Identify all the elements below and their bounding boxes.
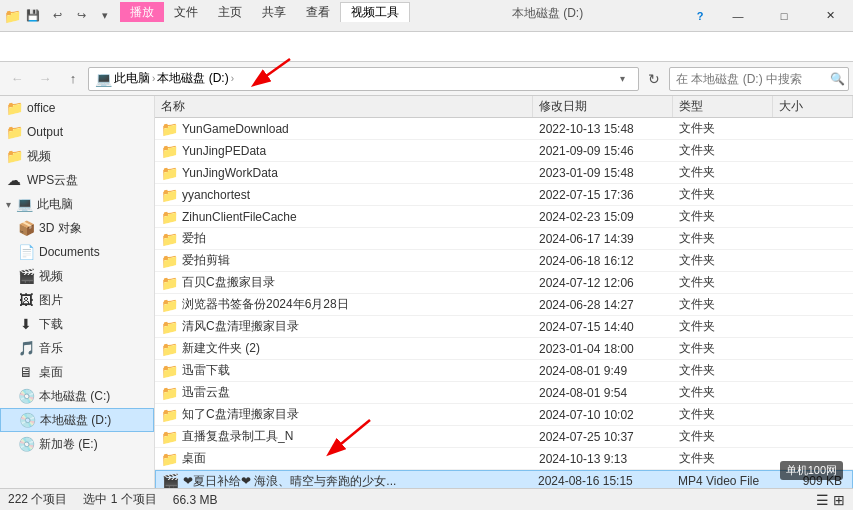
sidebar-item-diskC[interactable]: 💿 本地磁盘 (C:) (0, 384, 154, 408)
more-quick-btn[interactable]: ▾ (94, 5, 116, 27)
file-type-cell: 文件夹 (673, 120, 773, 137)
file-name-text: 新建文件夹 (2) (182, 340, 260, 357)
tab-share[interactable]: 共享 (252, 2, 296, 22)
redo-quick-btn[interactable]: ↪ (70, 5, 92, 27)
table-row[interactable]: 📁 知了C盘清理搬家目录 2024-07-10 10:02 文件夹 (155, 404, 853, 426)
tab-video-tools[interactable]: 视频工具 (340, 2, 410, 22)
search-icon[interactable]: 🔍 (830, 72, 845, 86)
file-list-area: 名称 修改日期 类型 大小 📁 YunGameDownload 2022-10-… (155, 96, 853, 488)
sidebar-item-video2[interactable]: 🎬 视频 (0, 264, 154, 288)
undo-quick-btn[interactable]: ↩ (46, 5, 68, 27)
col-header-date[interactable]: 修改日期 (533, 96, 673, 117)
file-name-cell: 📁 迅雷下载 (155, 362, 533, 379)
table-row[interactable]: 📁 YunJingWorkData 2023-01-09 15:48 文件夹 (155, 162, 853, 184)
file-icon: 📁 (161, 451, 177, 467)
tab-file[interactable]: 文件 (164, 2, 208, 22)
music-icon: 🎵 (18, 340, 34, 356)
search-bar[interactable]: 🔍 (669, 67, 849, 91)
status-item-count: 222 个项目 (8, 491, 67, 508)
file-date-cell: 2024-06-17 14:39 (533, 232, 673, 246)
help-button[interactable]: ? (685, 0, 715, 32)
tab-home[interactable]: 主页 (208, 2, 252, 22)
sidebar-item-music[interactable]: 🎵 音乐 (0, 336, 154, 360)
table-row[interactable]: 📁 新建文件夹 (2) 2023-01-04 18:00 文件夹 (155, 338, 853, 360)
file-type-cell: 文件夹 (673, 230, 773, 247)
sidebar-item-wps[interactable]: ☁ WPS云盘 (0, 168, 154, 192)
table-row[interactable]: 📁 YunGameDownload 2022-10-13 15:48 文件夹 (155, 118, 853, 140)
col-header-name[interactable]: 名称 (155, 96, 533, 117)
minimize-button[interactable]: — (715, 0, 761, 32)
table-row[interactable]: 📁 爱拍 2024-06-17 14:39 文件夹 (155, 228, 853, 250)
sidebar-item-desktop[interactable]: 🖥 桌面 (0, 360, 154, 384)
file-name-cell: 📁 YunJingPEData (155, 143, 533, 159)
file-type-cell: 文件夹 (673, 274, 773, 291)
search-input[interactable] (676, 72, 826, 86)
list-view-icon[interactable]: ☰ (816, 492, 829, 508)
maximize-button[interactable]: □ (761, 0, 807, 32)
pictures-icon: 🖼 (18, 292, 34, 308)
sidebar-label-wps: WPS云盘 (27, 172, 78, 189)
watermark: 单机100网 (780, 461, 843, 480)
diskC-icon: 💿 (18, 388, 34, 404)
col-header-size[interactable]: 大小 (773, 96, 853, 117)
sidebar-label-desktop: 桌面 (39, 364, 63, 381)
back-button[interactable]: ← (4, 66, 30, 92)
newvol-icon: 💿 (18, 436, 34, 452)
sidebar-item-documents[interactable]: 📄 Documents (0, 240, 154, 264)
sidebar-item-diskD[interactable]: 💿 本地磁盘 (D:) (0, 408, 154, 432)
sidebar-item-office[interactable]: 📁 office (0, 96, 154, 120)
sidebar-section-thispc[interactable]: ▾ 💻 此电脑 (0, 192, 154, 216)
ribbon-tabs: 播放 文件 主页 共享 查看 视频工具 本地磁盘 (D:) (120, 0, 685, 22)
tab-view[interactable]: 查看 (296, 2, 340, 22)
table-row[interactable]: 📁 桌面 2024-10-13 9:13 文件夹 (155, 448, 853, 470)
file-name-cell: 📁 YunJingWorkData (155, 165, 533, 181)
file-icon: 📁 (161, 187, 177, 203)
table-row[interactable]: 📁 YunJingPEData 2021-09-09 15:46 文件夹 (155, 140, 853, 162)
table-row[interactable]: 📁 爱拍剪辑 2024-06-18 16:12 文件夹 (155, 250, 853, 272)
sidebar-item-pictures[interactable]: 🖼 图片 (0, 288, 154, 312)
breadcrumb-disk[interactable]: 本地磁盘 (D:) (157, 70, 228, 87)
table-row[interactable]: 📁 迅雷云盘 2024-08-01 9:54 文件夹 (155, 382, 853, 404)
expand-icon: ▾ (6, 199, 11, 210)
grid-view-icon[interactable]: ⊞ (833, 492, 845, 508)
table-row[interactable]: 📁 直播复盘录制工具_N 2024-07-25 10:37 文件夹 (155, 426, 853, 448)
file-name-cell: 📁 百贝C盘搬家目录 (155, 274, 533, 291)
file-icon: 📁 (161, 407, 177, 423)
file-icon: 📁 (161, 275, 177, 291)
forward-button[interactable]: → (32, 66, 58, 92)
table-row[interactable]: 📁 清风C盘清理搬家目录 2024-07-15 14:40 文件夹 (155, 316, 853, 338)
file-name-text: 迅雷云盘 (182, 384, 230, 401)
file-name-text: ❤夏日补给❤ 海浪、晴空与奔跑的少女... (183, 473, 396, 489)
file-name-cell: 📁 迅雷云盘 (155, 384, 533, 401)
table-row[interactable]: 🎬 ❤夏日补给❤ 海浪、晴空与奔跑的少女... 2024-08-16 15:15… (155, 470, 853, 488)
sidebar-item-newvol[interactable]: 💿 新加卷 (E:) (0, 432, 154, 456)
file-name-cell: 🎬 ❤夏日补给❤ 海浪、晴空与奔跑的少女... (156, 473, 532, 489)
file-date-cell: 2024-08-16 15:15 (532, 474, 672, 488)
refresh-button[interactable]: ↻ (641, 66, 667, 92)
file-date-cell: 2024-08-01 9:49 (533, 364, 673, 378)
table-row[interactable]: 📁 百贝C盘搬家目录 2024-07-12 12:06 文件夹 (155, 272, 853, 294)
sep2: › (231, 73, 234, 84)
table-row[interactable]: 📁 浏览器书签备份2024年6月28日 2024-06-28 14:27 文件夹 (155, 294, 853, 316)
address-bar[interactable]: 💻 此电脑 › 本地磁盘 (D:) › ▾ (88, 67, 639, 91)
address-dropdown-arrow[interactable]: ▾ (612, 73, 632, 84)
sidebar-label-newvol: 新加卷 (E:) (39, 436, 98, 453)
close-button[interactable]: ✕ (807, 0, 853, 32)
breadcrumb-pc[interactable]: 此电脑 (114, 70, 150, 87)
ribbon-area: 播放 文件 主页 共享 查看 视频工具 本地磁盘 (D:) (120, 0, 685, 31)
desktop-icon: 🖥 (18, 364, 34, 380)
file-name-cell: 📁 清风C盘清理搬家目录 (155, 318, 533, 335)
table-row[interactable]: 📁 yyanchortest 2022-07-15 17:36 文件夹 (155, 184, 853, 206)
save-quick-btn[interactable]: 💾 (22, 5, 44, 27)
sidebar-item-downloads[interactable]: ⬇ 下载 (0, 312, 154, 336)
table-row[interactable]: 📁 ZihunClientFileCache 2024-02-23 15:09 … (155, 206, 853, 228)
file-name-text: 百贝C盘搬家目录 (182, 274, 275, 291)
sidebar-item-output[interactable]: 📁 Output (0, 120, 154, 144)
sidebar-item-3d[interactable]: 📦 3D 对象 (0, 216, 154, 240)
col-header-type[interactable]: 类型 (673, 96, 773, 117)
sidebar-item-video[interactable]: 📁 视频 (0, 144, 154, 168)
tab-play[interactable]: 播放 (120, 2, 164, 22)
table-row[interactable]: 📁 迅雷下载 2024-08-01 9:49 文件夹 (155, 360, 853, 382)
file-name-text: 爱拍剪辑 (182, 252, 230, 269)
up-button[interactable]: ↑ (60, 66, 86, 92)
